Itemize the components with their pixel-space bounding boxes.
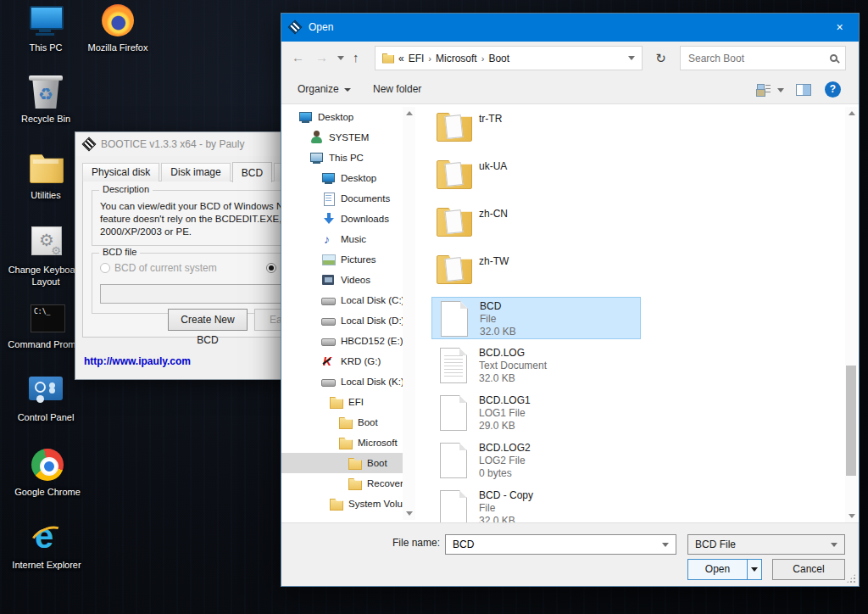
desktop-icon-google-chrome[interactable]: Google Chrome — [3, 448, 92, 498]
close-icon[interactable]: × — [821, 14, 859, 42]
desktop-icon-control-panel[interactable]: Control Panel — [3, 373, 88, 423]
file-name-dropdown-icon[interactable] — [662, 543, 669, 547]
preview-pane-icon[interactable] — [796, 84, 811, 96]
file-list-scrollbar[interactable] — [845, 107, 857, 522]
breadcrumb: EFI›Microsoft›Boot — [409, 53, 509, 64]
dialog-footer: File name: BCD File Open Cancel — [281, 522, 859, 586]
tree-item-music[interactable]: Music — [281, 229, 403, 249]
tree-item-boot[interactable]: Boot — [281, 412, 403, 433]
file-name-label: File name: — [364, 537, 440, 549]
bootice-title: BOOTICE v1.3.3 x64 - by Pauly — [101, 132, 244, 156]
radio-current-system[interactable] — [100, 263, 110, 273]
cancel-button[interactable]: Cancel — [772, 559, 845, 580]
tree-item-this-pc[interactable]: This PC — [281, 148, 403, 168]
help-icon[interactable]: ? — [825, 81, 841, 98]
desktop-icon-mozilla-firefox[interactable]: Mozilla Firefox — [73, 3, 163, 53]
tree-item-local-disk-k[interactable]: Local Disk (K:) — [281, 371, 403, 392]
dialog-body: DesktopSYSTEMThis PCDesktopDocumentsDown… — [281, 104, 859, 522]
file-name: BCD.LOG — [479, 347, 525, 359]
open-button[interactable]: Open — [687, 559, 762, 580]
tree-item-label: System Volun — [348, 499, 408, 509]
desktop-icon-internet-explorer[interactable]: Internet Explorer — [0, 521, 93, 571]
search-icon[interactable] — [830, 54, 837, 62]
create-new-bcd-button[interactable]: Create New BCD — [168, 309, 248, 331]
file-list: tr-TRuk-UAzh-CNzh-TWBCDFile32.0 KBBCD.LO… — [426, 104, 845, 522]
folder-icon — [329, 395, 343, 409]
dialog-titlebar[interactable]: Open × — [281, 14, 859, 42]
tree-item-documents[interactable]: Documents — [281, 188, 403, 209]
scroll-down-icon[interactable] — [406, 511, 413, 516]
desktop-icon-command-prompt[interactable]: Command Prompt — [7, 300, 85, 350]
new-folder-button[interactable]: New folder — [373, 75, 421, 103]
file-tile-zh-cn[interactable]: zh-CN — [431, 202, 641, 244]
scroll-down-icon[interactable] — [849, 514, 855, 518]
file-tile-zh-tw[interactable]: zh-TW — [431, 249, 641, 292]
file-size: 32.0 KB — [480, 326, 516, 338]
breadcrumb-separator-icon: › — [477, 53, 489, 64]
scroll-up-icon[interactable] — [849, 111, 855, 115]
pictures-icon — [321, 253, 336, 266]
address-dropdown-icon[interactable] — [628, 56, 635, 60]
open-split-dropdown[interactable] — [747, 560, 761, 579]
tree-item-desktop[interactable]: Desktop — [281, 107, 403, 127]
breadcrumb-boot[interactable]: Boot — [488, 53, 509, 64]
tree-item-pictures[interactable]: Pictures — [281, 249, 403, 270]
file-type: File — [479, 502, 495, 514]
tree-item-efi[interactable]: EFI — [281, 392, 403, 412]
file-tile-bcd-log[interactable]: BCD.LOGText Document32.0 KB — [431, 344, 641, 387]
file-tile-tr-tr[interactable]: tr-TR — [431, 107, 641, 149]
organize-button[interactable]: Organize — [298, 75, 351, 103]
tree-scrollbar[interactable] — [403, 107, 415, 520]
tab-bcd[interactable]: BCD — [232, 162, 272, 182]
back-icon[interactable]: ← — [292, 49, 304, 66]
tree-item-hbcd152-e[interactable]: HBCD152 (E:) — [281, 331, 403, 351]
breadcrumb-efi[interactable]: EFI — [409, 53, 425, 64]
forward-icon[interactable]: → — [315, 49, 328, 66]
file-tile-bcd[interactable]: BCDFile32.0 KB — [431, 297, 641, 339]
tab-physical-disk[interactable]: Physical disk — [82, 163, 159, 181]
tree-item-system[interactable]: SYSTEM — [281, 127, 403, 148]
breadcrumb-microsoft[interactable]: Microsoft — [436, 53, 477, 64]
tree-item-microsoft[interactable]: Microsoft — [281, 433, 403, 453]
tree-item-recovery[interactable]: Recovery — [281, 473, 403, 494]
history-dropdown-icon[interactable] — [337, 56, 344, 60]
desktop-icon-recycle-bin[interactable]: Recycle Bin — [7, 75, 85, 125]
tree-item-label: Desktop — [318, 112, 353, 122]
refresh-icon[interactable]: ↻ — [649, 46, 672, 70]
scroll-up-icon[interactable] — [406, 111, 413, 115]
folder-icon — [27, 151, 64, 187]
tree-item-label: Boot — [358, 417, 378, 427]
radio-other-bcd[interactable] — [266, 263, 276, 273]
open-button-label[interactable]: Open — [688, 560, 747, 579]
file-type-dropdown-icon[interactable] — [831, 543, 837, 547]
tree-item-system-volun[interactable]: System Volun — [281, 494, 403, 514]
breadcrumb-prefix[interactable]: « — [398, 53, 404, 64]
address-bar[interactable]: « EFI›Microsoft›Boot — [375, 46, 643, 70]
file-type-combo[interactable]: BCD File — [687, 534, 845, 555]
up-icon[interactable]: ↑ — [353, 49, 359, 66]
tree-item-local-disk-c[interactable]: Local Disk (C:) — [281, 290, 403, 310]
search-input[interactable]: Search Boot — [680, 46, 846, 70]
breadcrumb-separator-icon: › — [424, 53, 436, 64]
tree-item-krd-g[interactable]: KRD (G:) — [281, 351, 403, 371]
file-tile-bcd-log1[interactable]: BCD.LOG1LOG1 File29.0 KB — [431, 392, 641, 434]
file-tile-bcd-log2[interactable]: BCD.LOG2LOG2 File0 bytes — [431, 439, 641, 482]
file-tile-uk-ua[interactable]: uk-UA — [431, 154, 641, 197]
tree-item-local-disk-d[interactable]: Local Disk (D:) — [281, 310, 403, 331]
tree-item-label: Pictures — [341, 254, 376, 265]
tree-item-videos[interactable]: Videos — [281, 270, 403, 290]
desktop-icon-utilities[interactable]: Utilities — [7, 151, 85, 201]
tree-item-desktop[interactable]: Desktop — [281, 168, 403, 188]
file-name-combo[interactable] — [445, 534, 676, 555]
view-mode-icon[interactable] — [757, 84, 771, 95]
tree-item-downloads[interactable]: Downloads — [281, 209, 403, 229]
file-tile-bcd-copy[interactable]: BCD - CopyFile32.0 KB — [431, 487, 641, 522]
file-name-input[interactable] — [453, 539, 639, 550]
view-mode-dropdown-icon[interactable] — [777, 88, 784, 92]
scrollbar-thumb[interactable] — [846, 366, 856, 476]
tab-disk-image[interactable]: Disk image — [161, 163, 230, 181]
ipauly-link[interactable]: http://www.ipauly.com — [84, 355, 191, 367]
tree-item-boot[interactable]: Boot — [281, 453, 403, 473]
resize-grip[interactable] — [846, 573, 856, 583]
file-size: 0 bytes — [479, 467, 512, 479]
